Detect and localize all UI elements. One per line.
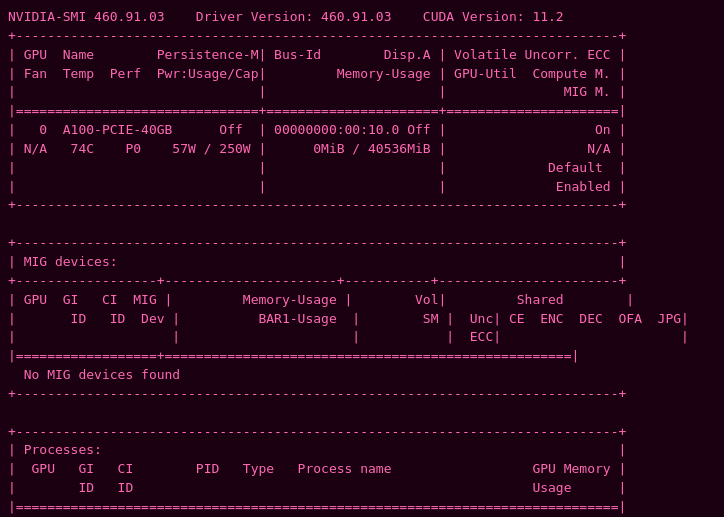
nvidia-smi-output: NVIDIA-SMI 460.91.03 Driver Version: 460… <box>8 8 716 517</box>
col-header2: | Fan Temp Perf Pwr:Usage/Cap| Memory-Us… <box>8 66 626 81</box>
mig-col3: | | | | ECC| | <box>8 329 689 344</box>
proc-header: | Processes: | <box>8 442 626 457</box>
gpu-row1: | 0 A100-PCIE-40GB Off | 00000000:00:10.… <box>8 122 626 137</box>
sep1: +---------------------------------------… <box>8 28 626 43</box>
mig-header: | MIG devices: | <box>8 254 626 269</box>
col-header3: | | | MIG M. | <box>8 84 626 99</box>
sep9: |=======================================… <box>8 499 626 514</box>
sep7: +---------------------------------------… <box>8 386 626 401</box>
sep3: +---------------------------------------… <box>8 197 626 212</box>
sep6: |==================+====================… <box>8 348 579 363</box>
sep8: +---------------------------------------… <box>8 424 626 439</box>
proc-col1: | GPU GI CI PID Type Process name GPU Me… <box>8 461 626 476</box>
no-mig-text: No MIG devices found <box>8 367 634 382</box>
col-header1: | GPU Name Persistence-M| Bus-Id Disp.A … <box>8 47 626 62</box>
proc-col2: | ID ID Usage | <box>8 480 626 495</box>
gpu-row4: | | | Enabled | <box>8 179 626 194</box>
mig-col1: | GPU GI CI MIG | Memory-Usage | Vol| Sh… <box>8 292 634 307</box>
header-line: NVIDIA-SMI 460.91.03 Driver Version: 460… <box>8 9 579 24</box>
terminal-output: NVIDIA-SMI 460.91.03 Driver Version: 460… <box>8 8 716 517</box>
gpu-row2: | N/A 74C P0 57W / 250W | 0MiB / 40536Mi… <box>8 141 626 156</box>
mig-col2: | ID ID Dev | BAR1-Usage | SM | Unc| CE … <box>8 311 689 326</box>
sep4: +---------------------------------------… <box>8 235 626 250</box>
sep5: +------------------+--------------------… <box>8 273 626 288</box>
gpu-row3: | | | Default | <box>8 160 626 175</box>
sep-double: |===============================+=======… <box>8 103 626 118</box>
